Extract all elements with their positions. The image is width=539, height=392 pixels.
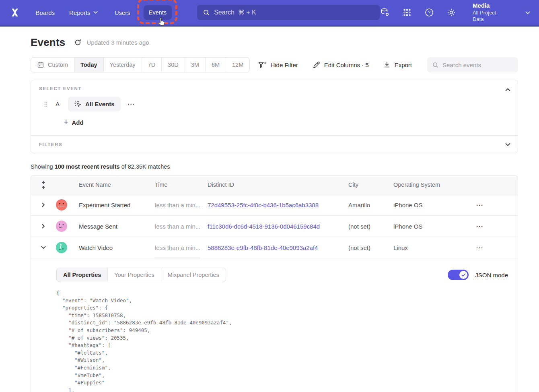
nav-reports-label: Reports <box>69 9 91 16</box>
event-name-cell: Message Sent <box>79 223 155 230</box>
distinct-id-link[interactable]: f11c30d6-dc6d-4518-9136-0d046159c84d <box>208 223 320 230</box>
refresh-icon[interactable] <box>74 39 82 46</box>
expand-row-chevron-right-icon[interactable] <box>42 224 45 229</box>
os-cell: iPhone OS <box>393 202 476 208</box>
mixpanel-logo-icon[interactable] <box>9 6 21 19</box>
selected-event-label: All Events <box>85 101 115 107</box>
project-selector[interactable]: Media All Project Data <box>473 2 508 23</box>
date-range-6m[interactable]: 6M <box>205 58 226 72</box>
os-cell: Linux <box>393 244 476 251</box>
column-header-operating-system[interactable]: Operating System <box>393 182 476 188</box>
global-search[interactable] <box>197 5 380 20</box>
event-row-more-button[interactable]: ··· <box>128 101 135 107</box>
date-range-7d[interactable]: 7D <box>142 58 162 72</box>
date-range-label: 7D <box>148 62 156 68</box>
data-management-icon[interactable] <box>380 7 390 18</box>
json-line: "#Puppies" <box>56 379 508 387</box>
expand-filters-chevron-down-icon[interactable] <box>505 141 510 148</box>
event-avatar <box>56 199 67 210</box>
horizontal-scrollbar[interactable] <box>154 258 200 258</box>
json-line: "#meTube", <box>56 372 508 380</box>
date-range-group: Custom Today Yesterday 7D 30D 3M 6M 12M <box>31 57 250 72</box>
row-more-button[interactable]: ··· <box>476 223 483 230</box>
json-line: "# of subscribers": 949405, <box>56 327 508 334</box>
toggle-knob-check-icon <box>459 271 467 279</box>
export-label: Export <box>395 62 412 68</box>
city-cell: (not set) <box>348 223 393 230</box>
add-event-button[interactable]: + Add <box>64 118 510 127</box>
tab-your-properties[interactable]: Your Properties <box>107 268 160 282</box>
time-cell: less than a min... <box>155 223 208 230</box>
city-cell: Amarillo <box>348 202 393 208</box>
last-updated-text: Updated 3 minutes ago <box>86 39 149 46</box>
json-mode-label: JSON mode <box>475 272 508 279</box>
table-row[interactable]: Message Sent less than a min... f11c30d6… <box>31 216 518 237</box>
distinct-id-link[interactable]: 72d49553-25fc-4f0c-b436-1b5ac6ab3388 <box>208 202 319 208</box>
nav-item-boards[interactable]: Boards <box>36 9 55 16</box>
nav-item-events[interactable]: Events <box>144 5 172 20</box>
nav-item-reports[interactable]: Reports <box>69 9 98 16</box>
event-avatar <box>56 242 67 253</box>
tab-all-properties[interactable]: All Properties <box>57 268 107 282</box>
column-header-time[interactable]: Time <box>155 182 208 188</box>
json-line: "properties": { <box>56 304 508 312</box>
results-prefix: Showing <box>31 163 55 170</box>
time-cell: less than a min... <box>155 202 208 208</box>
hide-filter-label: Hide Filter <box>270 62 298 68</box>
global-search-input[interactable] <box>214 9 374 16</box>
expand-row-chevron-right-icon[interactable] <box>42 202 45 207</box>
date-range-label: Yesterday <box>110 62 136 68</box>
event-click-sparkle-icon <box>74 100 82 108</box>
project-chevron-down-icon[interactable] <box>525 9 530 16</box>
date-range-12m[interactable]: 12M <box>226 58 249 72</box>
nav-users-label: Users <box>115 9 130 16</box>
date-range-3m[interactable]: 3M <box>185 58 205 72</box>
date-range-30d[interactable]: 30D <box>161 58 185 72</box>
row-more-button[interactable]: ··· <box>476 202 483 208</box>
os-cell: iPhone OS <box>393 223 476 230</box>
collapse-row-chevron-down-icon[interactable] <box>42 245 45 250</box>
table-header-row: Event Name Time Distinct ID City Operati… <box>31 175 518 194</box>
table-row[interactable]: Experiment Started less than a min... 72… <box>31 194 518 216</box>
date-range-yesterday[interactable]: Yesterday <box>103 58 142 72</box>
distinct-id-link[interactable]: 5886283e-e9fb-48fb-81de-40e9093a2af4 <box>208 244 318 251</box>
chevron-down-icon <box>93 11 98 14</box>
event-letter-label: A <box>54 101 61 107</box>
help-glyph: ? <box>428 10 430 15</box>
search-icon <box>203 9 210 16</box>
events-table: Event Name Time Distinct ID City Operati… <box>31 175 518 392</box>
results-summary: Showing 100 most recent results of 82.35… <box>31 163 518 170</box>
filter-funnel-icon <box>258 61 266 69</box>
apps-grid-icon[interactable] <box>402 7 412 18</box>
json-mode-toggle[interactable] <box>448 270 469 280</box>
search-events-field[interactable] <box>427 57 518 72</box>
settings-gear-icon[interactable] <box>446 7 457 18</box>
project-name: Media <box>473 2 508 10</box>
column-header-distinct-id[interactable]: Distinct ID <box>208 182 348 188</box>
tab-mixpanel-properties[interactable]: Mixpanel Properties <box>161 268 226 282</box>
date-range-label: Today <box>80 62 97 68</box>
event-avatar <box>56 221 67 232</box>
date-range-label: 30D <box>168 62 179 68</box>
event-json-viewer: { "event": "Watch Video", "properties": … <box>56 289 508 392</box>
date-range-today[interactable]: Today <box>74 58 103 72</box>
collapse-section-chevron-up-icon[interactable] <box>505 86 510 93</box>
help-icon[interactable]: ? <box>424 7 434 18</box>
filters-section: FILTERS <box>31 136 518 153</box>
date-range-custom[interactable]: Custom <box>31 58 74 72</box>
nav-item-users[interactable]: Users <box>115 9 130 16</box>
search-events-input[interactable] <box>442 62 513 68</box>
nav-events-label: Events <box>149 9 167 16</box>
collapse-all-icon[interactable] <box>31 181 56 189</box>
hide-filter-button[interactable]: Hide Filter <box>258 61 298 69</box>
select-event-section: SELECT EVENT A All Ev <box>31 80 518 135</box>
row-more-button[interactable]: ··· <box>476 244 483 251</box>
column-header-event-name[interactable]: Event Name <box>79 182 155 188</box>
top-navbar: Boards Reports Users Events <box>0 0 539 27</box>
column-header-city[interactable]: City <box>348 182 393 188</box>
export-button[interactable]: Export <box>383 61 412 68</box>
table-row-expanded[interactable]: Watch Video less than a min... 5886283e-… <box>31 237 518 258</box>
edit-columns-button[interactable]: Edit Columns · 5 <box>313 61 369 69</box>
drag-handle-icon[interactable] <box>44 101 48 107</box>
event-selector-button[interactable]: All Events <box>68 97 121 111</box>
